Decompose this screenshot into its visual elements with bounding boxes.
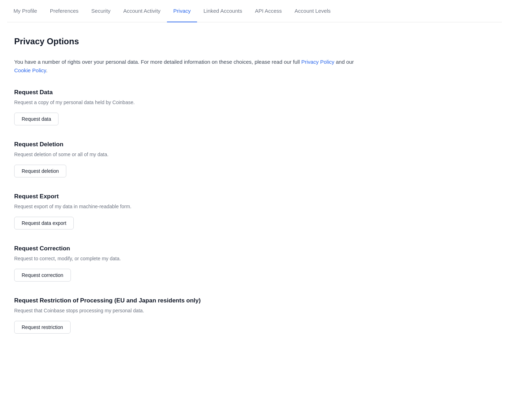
request-correction-title: Request Correction (14, 245, 354, 252)
cookie-policy-link[interactable]: Cookie Policy (14, 67, 46, 73)
tab-preferences[interactable]: Preferences (44, 0, 85, 22)
tab-my-profile[interactable]: My Profile (7, 0, 44, 22)
section-request-export: Request Export Request export of my data… (14, 193, 354, 229)
page-title: Privacy Options (14, 36, 354, 46)
tab-api-access[interactable]: API Access (248, 0, 288, 22)
request-deletion-description: Request deletion of some or all of my da… (14, 151, 354, 158)
intro-text: You have a number of rights over your pe… (14, 58, 354, 75)
request-export-title: Request Export (14, 193, 354, 200)
request-export-description: Request export of my data in machine-rea… (14, 203, 354, 210)
intro-text-after: . (46, 67, 47, 73)
request-deletion-button[interactable]: Request deletion (14, 165, 66, 177)
nav-tabs: My Profile Preferences Security Account … (7, 0, 502, 22)
intro-text-before: You have a number of rights over your pe… (14, 59, 301, 65)
intro-text-between: and our (334, 59, 354, 65)
tab-account-levels[interactable]: Account Levels (288, 0, 337, 22)
tab-linked-accounts[interactable]: Linked Accounts (197, 0, 248, 22)
privacy-policy-link[interactable]: Privacy Policy (301, 59, 334, 65)
section-request-data: Request Data Request a copy of my person… (14, 89, 354, 125)
request-restriction-description: Request that Coinbase stops processing m… (14, 307, 354, 314)
tab-account-activity[interactable]: Account Activity (117, 0, 167, 22)
request-correction-description: Request to correct, modify, or complete … (14, 255, 354, 262)
main-content: Privacy Options You have a number of rig… (7, 22, 362, 363)
request-restriction-title: Request Restriction of Processing (EU an… (14, 297, 354, 304)
request-data-button[interactable]: Request data (14, 113, 58, 125)
request-correction-button[interactable]: Request correction (14, 269, 71, 282)
request-deletion-title: Request Deletion (14, 141, 354, 148)
tab-privacy[interactable]: Privacy (167, 0, 197, 22)
request-restriction-button[interactable]: Request restriction (14, 321, 71, 334)
tab-security[interactable]: Security (85, 0, 117, 22)
request-data-title: Request Data (14, 89, 354, 96)
section-request-restriction: Request Restriction of Processing (EU an… (14, 297, 354, 334)
section-request-correction: Request Correction Request to correct, m… (14, 245, 354, 282)
request-export-button[interactable]: Request data export (14, 217, 74, 229)
request-data-description: Request a copy of my personal data held … (14, 99, 354, 106)
section-request-deletion: Request Deletion Request deletion of som… (14, 141, 354, 177)
